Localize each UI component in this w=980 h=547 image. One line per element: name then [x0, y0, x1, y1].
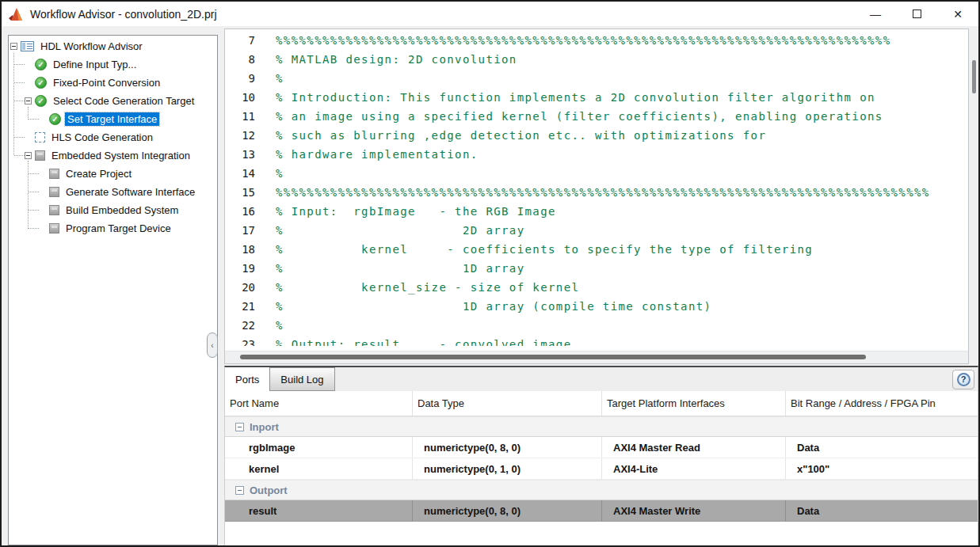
line-text: %: [276, 69, 284, 88]
code-line: 20% kernel_size - size of kernel: [225, 278, 968, 297]
tree-item-program-target-device[interactable]: Program Target Device: [9, 219, 217, 237]
ports-panel: Ports Build Log ? Port Name Data Type Ta…: [224, 366, 978, 545]
vertical-scrollbar-thumb[interactable]: [972, 60, 976, 93]
code-line: 13% hardware implementation.: [225, 145, 968, 164]
tree-item-label: Build Embedded System: [63, 203, 181, 217]
ports-panel-tabs: Ports Build Log ?: [225, 367, 978, 391]
code-lines: 7%%%%%%%%%%%%%%%%%%%%%%%%%%%%%%%%%%%%%%%…: [225, 31, 968, 346]
line-number: 18: [225, 240, 255, 259]
advisor-root-icon: [21, 41, 34, 51]
tab-ports-label: Ports: [235, 374, 259, 386]
workflow-advisor-window: Workflow Advisor - convolution_2D.prj — …: [0, 0, 980, 547]
tree-item-label: HLS Code Generation: [49, 131, 155, 144]
tree-item-define-input-typ[interactable]: ✓Define Input Typ...: [9, 55, 217, 74]
line-text: % hardware implementation.: [276, 145, 479, 164]
line-text: % Input: rgbImage - the RGB Image: [276, 202, 556, 221]
code-line: 17% 2D array: [225, 221, 968, 240]
task-box-icon: [49, 169, 59, 179]
header-data-type: Data Type: [413, 391, 602, 416]
ports-table-header: Port Name Data Type Target Platform Inte…: [225, 391, 978, 416]
window-title: Workflow Advisor - convolution_2D.prj: [30, 8, 217, 21]
chevron-left-icon: ‹: [211, 341, 213, 350]
line-text: % 1D array (compile time constant): [276, 297, 711, 316]
check-icon: ✓: [49, 113, 61, 125]
question-icon: ?: [957, 373, 970, 386]
pending-task-icon: [35, 132, 45, 142]
tree-item-create-project[interactable]: Create Project: [9, 165, 217, 183]
check-icon: ✓: [35, 59, 47, 70]
maximize-icon: [913, 9, 921, 18]
line-number: 11: [225, 107, 255, 126]
line-text: % MATLAB design: 2D convolution: [276, 50, 517, 69]
code-line: 21% 1D array (compile time constant): [225, 297, 968, 316]
minimize-button[interactable]: —: [855, 2, 896, 26]
tab-ports[interactable]: Ports: [225, 367, 270, 391]
bit-range-cell: Data: [786, 500, 979, 521]
line-number: 16: [225, 202, 255, 221]
close-icon: ✕: [953, 8, 963, 21]
code-viewer: 7%%%%%%%%%%%%%%%%%%%%%%%%%%%%%%%%%%%%%%%…: [224, 28, 969, 364]
port-row-result[interactable]: resultnumerictype(0, 8, 0)AXI4 Master Wr…: [225, 500, 978, 522]
horizontal-scrollbar-thumb[interactable]: [240, 355, 866, 359]
close-button[interactable]: ✕: [937, 2, 978, 26]
tree-item-select-code-generation-target[interactable]: ✓Select Code Generation Target: [9, 92, 217, 110]
line-text: %%%%%%%%%%%%%%%%%%%%%%%%%%%%%%%%%%%%%%%%…: [276, 183, 930, 202]
maximize-button[interactable]: [896, 2, 937, 26]
line-text: %: [276, 164, 284, 183]
tree-item-fixed-point-conversion[interactable]: ✓Fixed-Point Conversion: [9, 74, 217, 92]
group-row-outport[interactable]: Outport: [225, 480, 978, 500]
line-text: % Output: result - convolved image: [276, 335, 572, 346]
help-button[interactable]: ?: [952, 370, 974, 389]
line-number: 15: [225, 183, 255, 202]
horizontal-scrollbar[interactable]: [225, 351, 968, 363]
tree-item-label: HDL Workflow Advisor: [38, 40, 145, 53]
line-number: 13: [225, 145, 255, 164]
expand-toggle[interactable]: [10, 43, 17, 50]
task-box-icon: [49, 205, 59, 215]
group-row-inport[interactable]: Inport: [225, 416, 978, 437]
tree-item-hdl-workflow-advisor[interactable]: HDL Workflow Advisor: [9, 37, 217, 55]
port-row-kernel[interactable]: kernelnumerictype(0, 1, 0)AXI4-Litex"100…: [225, 458, 978, 480]
port-row-rgbimage[interactable]: rgbImagenumerictype(0, 8, 0)AXI4 Master …: [225, 437, 978, 458]
tab-build-log-label: Build Log: [280, 374, 323, 386]
tab-build-log[interactable]: Build Log: [270, 367, 334, 391]
title-bar: Workflow Advisor - convolution_2D.prj — …: [2, 2, 978, 26]
line-number: 7: [225, 31, 255, 50]
line-text: %: [276, 316, 284, 335]
task-box-icon: [49, 187, 59, 197]
tree-item-build-embedded-system[interactable]: Build Embedded System: [9, 201, 217, 219]
splitter-collapse-button[interactable]: ‹: [207, 332, 218, 358]
tree-item-label: Create Project: [63, 167, 134, 180]
check-icon: ✓: [35, 77, 47, 89]
line-text: % Introduction: This function implements…: [276, 88, 875, 107]
tree-item-generate-software-interface[interactable]: Generate Software Interface: [9, 183, 217, 201]
expand-toggle[interactable]: [25, 152, 32, 159]
data-type-cell: numerictype(0, 1, 0): [413, 458, 602, 479]
matlab-logo-icon: [9, 7, 25, 21]
header-bit-range: Bit Range / Address / FPGA Pin: [786, 391, 979, 416]
window-controls: — ✕: [855, 2, 978, 26]
code-line: 16% Input: rgbImage - the RGB Image: [225, 202, 968, 221]
code-line: 18% kernel - coefficients to specify the…: [225, 240, 968, 259]
line-text: % an image using a specified kernel (fil…: [276, 107, 883, 126]
tree-item-label: Embedded System Integration: [49, 149, 193, 162]
tree-item-hls-code-generation[interactable]: HLS Code Generation: [9, 128, 217, 146]
check-icon: ✓: [35, 95, 47, 107]
task-box-icon: [49, 223, 59, 234]
code-line: 22%: [225, 316, 968, 335]
line-number: 9: [225, 69, 255, 88]
tree-item-embedded-system-integration[interactable]: Embedded System Integration: [9, 146, 217, 165]
code-line: 19% 1D array: [225, 259, 968, 278]
bit-range-cell: Data: [786, 437, 979, 458]
code-line: 11% an image using a specified kernel (f…: [225, 107, 968, 126]
interface-cell: AXI4 Master Read: [602, 437, 786, 458]
tree-item-label: Select Code Generation Target: [51, 94, 196, 108]
line-number: 19: [225, 259, 255, 278]
tree-item-set-target-interface[interactable]: ✓Set Target Interface: [9, 110, 217, 128]
collapse-icon[interactable]: [235, 486, 244, 495]
header-target-platform-interfaces: Target Platform Interfaces: [602, 391, 786, 416]
collapse-icon[interactable]: [235, 423, 244, 431]
expand-toggle[interactable]: [25, 97, 32, 104]
tree-item-label: Fixed-Point Conversion: [51, 76, 162, 89]
line-text: % 2D array: [276, 221, 525, 240]
